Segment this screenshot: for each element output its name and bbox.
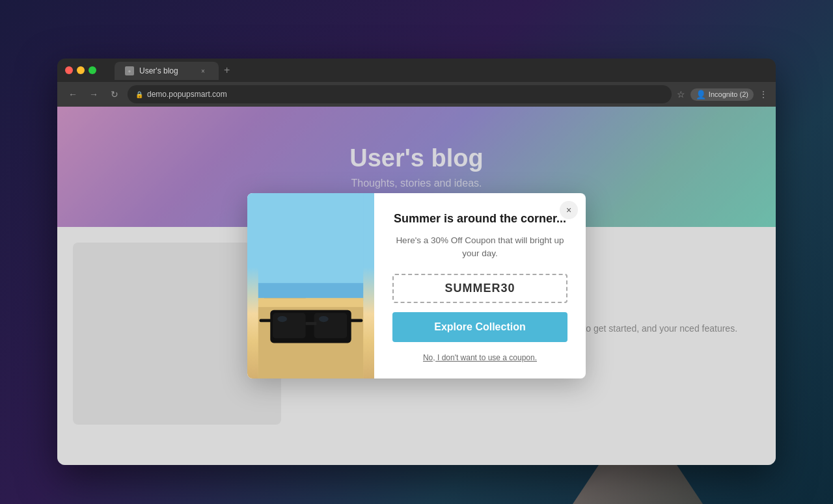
refresh-button[interactable]: ↻ [107, 86, 122, 102]
website-content: User's blog Thoughts, stories and ideas.… [57, 107, 776, 465]
browser-chrome: ● User's blog × + ← → ↻ [57, 59, 776, 107]
tab-bar: ● User's blog × + [107, 60, 243, 80]
traffic-lights [65, 66, 96, 74]
incognito-label: Incognito (2) [709, 90, 748, 98]
new-tab-button[interactable]: + [219, 60, 235, 80]
back-button[interactable]: ← [65, 86, 81, 102]
back-icon: ← [68, 89, 77, 99]
modal-overlay[interactable]: × Summer is around the corner... Here's … [57, 107, 776, 465]
svg-rect-9 [349, 319, 362, 322]
address-bar[interactable]: 🔒 demo.popupsmart.com [128, 85, 672, 103]
minimize-window-button[interactable] [77, 66, 85, 74]
modal-close-button[interactable]: × [560, 201, 578, 219]
svg-rect-7 [306, 322, 317, 325]
incognito-badge: 👤 Incognito (2) [690, 88, 754, 101]
modal-subtext: Here's a 30% Off Coupon that will bright… [392, 234, 567, 261]
explore-collection-button[interactable]: Explore Collection [392, 312, 567, 342]
incognito-icon: 👤 [696, 90, 706, 99]
svg-rect-0 [258, 193, 363, 298]
close-tab-icon: × [201, 68, 205, 75]
refresh-icon: ↻ [111, 89, 118, 99]
more-options-icon[interactable]: ⋮ [759, 89, 768, 99]
maximize-window-button[interactable] [89, 66, 96, 74]
bookmark-icon[interactable]: ☆ [677, 89, 685, 99]
browser-titlebar: ● User's blog × + [57, 59, 776, 82]
svg-rect-6 [314, 313, 348, 338]
forward-icon: → [89, 89, 98, 99]
lock-icon: 🔒 [135, 91, 143, 98]
svg-rect-8 [260, 319, 273, 322]
tab-label: User's blog [139, 66, 178, 75]
modal-body: × Summer is around the corner... Here's … [374, 193, 586, 379]
tab-close-button[interactable]: × [198, 66, 208, 76]
browser-toolbar: ← → ↻ 🔒 demo.popupsmart.com ☆ 👤 Incognit… [57, 82, 776, 107]
plus-icon: + [224, 64, 230, 75]
svg-rect-5 [273, 313, 306, 338]
modal-image [247, 193, 374, 379]
close-window-button[interactable] [65, 66, 73, 74]
modal-headline: Summer is around the corner... [394, 211, 566, 226]
tab-favicon: ● [125, 66, 134, 75]
svg-point-10 [277, 316, 287, 322]
forward-button[interactable]: → [86, 86, 102, 102]
active-tab[interactable]: ● User's blog × [115, 62, 219, 80]
browser-window: ● User's blog × + ← → ↻ [57, 59, 776, 465]
url-text: demo.popupsmart.com [147, 90, 227, 99]
popup-modal: × Summer is around the corner... Here's … [247, 193, 586, 379]
toolbar-right: ☆ 👤 Incognito (2) ⋮ [677, 88, 768, 101]
svg-point-11 [319, 316, 329, 322]
decline-link[interactable]: No, I don't want to use a coupon. [423, 352, 537, 364]
close-icon: × [566, 205, 571, 215]
coupon-code: SUMMER30 [392, 274, 567, 303]
